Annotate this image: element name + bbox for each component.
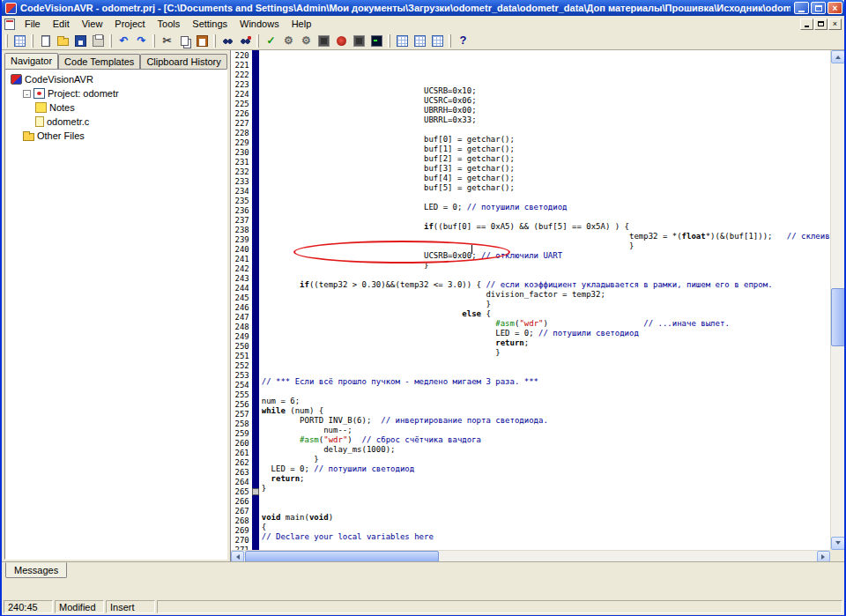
vertical-scroll-thumb[interactable]	[831, 288, 844, 346]
scroll-right-button[interactable]	[817, 551, 830, 561]
program-chip-button[interactable]	[315, 33, 332, 48]
code-line[interactable]	[262, 387, 830, 397]
code-line[interactable]: buf[1] = getchar();	[262, 145, 830, 154]
code-line[interactable]: return;	[262, 474, 830, 484]
code-line[interactable]: // Declare your local variables here	[262, 532, 830, 542]
toggle-navigator-button[interactable]	[11, 33, 28, 48]
code-line[interactable]: void main(void)	[262, 513, 830, 523]
code-line[interactable]	[262, 542, 830, 550]
menu-file[interactable]: File	[19, 18, 47, 30]
redo-button[interactable]: ↷	[133, 33, 150, 48]
code-line[interactable]: if((temp32 > 0.30)&&(temp32 <= 3.0)) { /…	[262, 280, 830, 290]
check-syntax-button[interactable]: ✓	[263, 33, 279, 48]
make-button[interactable]: ⚙	[298, 33, 315, 48]
paste-button[interactable]	[194, 33, 211, 48]
vertical-scrollbar[interactable]	[830, 50, 844, 550]
code-line[interactable]: LED = 0; // потушили светодиод	[262, 203, 830, 212]
code-line[interactable]: delay_ms(1000);	[262, 445, 830, 455]
code-line[interactable]: buf[3] = getchar();	[262, 164, 830, 174]
save-button[interactable]	[72, 33, 89, 48]
help-button[interactable]: ?	[455, 33, 471, 48]
tab-code-templates[interactable]: Code Templates	[58, 54, 140, 69]
code-line[interactable]: }	[262, 348, 830, 358]
code-line[interactable]: LED = 0; // потушили светодиод	[262, 329, 830, 338]
code-line[interactable]	[262, 494, 830, 503]
mdi-document-icon[interactable]	[4, 19, 15, 30]
code-line[interactable]	[262, 212, 830, 222]
code-line[interactable]	[262, 271, 830, 280]
code-editor[interactable]: 2202212222232242252262272282292302312322…	[230, 50, 844, 561]
menu-view[interactable]: View	[76, 18, 109, 30]
code-line[interactable]: while (num) {	[262, 406, 830, 416]
registers-table-button[interactable]	[394, 33, 411, 48]
code-area[interactable]: UCSRB=0x10; UCSRC=0x06; UBRRH=0x00; UBRR…	[262, 50, 830, 550]
tree-item-other-files[interactable]: Other Files	[7, 129, 225, 143]
code-line[interactable]: buf[0] = getchar();	[262, 135, 830, 145]
horizontal-scroll-thumb[interactable]	[245, 551, 439, 561]
code-line[interactable]: }	[262, 261, 830, 271]
code-line[interactable]	[262, 358, 830, 367]
code-line[interactable]: #asm("wdr") // сброс счётчика вачдога	[262, 435, 830, 445]
copy-button[interactable]	[176, 33, 193, 48]
new-file-button[interactable]	[37, 33, 54, 48]
tree-item-project-odometr[interactable]: -Project: odometr	[7, 86, 225, 100]
mdi-restore-button[interactable]	[814, 19, 827, 30]
code-line[interactable]: if((buf[0] == 0xA5) && (buf[5] == 0x5A) …	[262, 222, 830, 232]
menu-project[interactable]: Project	[108, 18, 151, 30]
open-file-button[interactable]	[55, 33, 71, 48]
code-line[interactable]: division_factor = temp32;	[262, 290, 830, 300]
code-line[interactable]: temp32 = *(float*)(&(buf[1])); // склеив…	[262, 232, 830, 241]
find-button[interactable]	[219, 33, 236, 48]
code-line[interactable]: {	[262, 523, 830, 532]
menu-windows[interactable]: Windows	[234, 18, 286, 30]
code-line[interactable]: else {	[262, 309, 830, 319]
code-line[interactable]: return;	[262, 338, 830, 348]
code-line[interactable]: UBRRL=0x33;	[262, 115, 830, 125]
tab-clipboard-history[interactable]: Clipboard History	[140, 54, 226, 69]
undo-button[interactable]: ↶	[115, 33, 132, 48]
tree-item-notes[interactable]: Notes	[7, 100, 225, 115]
replace-button[interactable]	[237, 33, 254, 48]
tree-item-codevisionavr[interactable]: CodeVisionAVR	[7, 72, 225, 86]
horizontal-scrollbar[interactable]	[231, 550, 830, 561]
code-line[interactable]: buf[4] = getchar();	[262, 174, 830, 183]
menu-settings[interactable]: Settings	[186, 18, 234, 30]
tab-messages[interactable]: Messages	[5, 562, 67, 578]
minimize-button[interactable]	[794, 2, 809, 14]
chip-programmer-button[interactable]	[351, 33, 367, 48]
tab-navigator[interactable]: Navigator	[4, 53, 58, 69]
compile-button[interactable]: ⚙	[280, 33, 297, 48]
code-line[interactable]: }	[262, 455, 830, 464]
menu-help[interactable]: Help	[286, 18, 318, 30]
code-line[interactable]: UCSRB=0x00; // отключили UART	[262, 251, 830, 261]
code-line[interactable]	[262, 367, 830, 377]
code-line[interactable]: buf[2] = getchar();	[262, 154, 830, 164]
cut-button[interactable]: ✂	[159, 33, 175, 48]
code-line[interactable]: num--;	[262, 426, 830, 435]
mdi-close-button[interactable]: ×	[828, 19, 842, 30]
print-button[interactable]	[90, 33, 107, 48]
code-line[interactable]: num = 6;	[262, 397, 830, 406]
tree-expander-icon[interactable]: -	[23, 90, 31, 98]
code-line[interactable]: }	[262, 484, 830, 494]
scroll-up-button[interactable]	[831, 50, 844, 63]
code-line[interactable]: UCSRC=0x06;	[262, 96, 830, 106]
code-line[interactable]: // *** Если всё прошло пучком - медлено …	[262, 377, 830, 387]
code-line[interactable]: UCSRB=0x10;	[262, 86, 830, 96]
mdi-minimize-button[interactable]	[800, 19, 813, 30]
tree-item-odometr-c[interactable]: odometr.c	[7, 115, 225, 129]
debugger-button[interactable]	[333, 33, 350, 48]
code-line[interactable]: #asm("wdr") // ...иначе вылет.	[262, 319, 830, 329]
code-line[interactable]: UBRRH=0x00;	[262, 106, 830, 115]
code-line[interactable]: LED = 0; // потушили светодиод	[262, 464, 830, 474]
eeprom-table-button[interactable]	[429, 33, 446, 48]
menu-tools[interactable]: Tools	[152, 18, 187, 30]
code-line[interactable]: }	[262, 300, 830, 309]
scroll-left-button[interactable]	[231, 551, 244, 561]
code-line[interactable]: }	[262, 241, 830, 251]
code-line[interactable]: buf[5] = getchar();	[262, 183, 830, 193]
terminal-button[interactable]	[368, 33, 385, 48]
code-line[interactable]	[262, 503, 830, 513]
code-line[interactable]	[262, 193, 830, 203]
memory-table-button[interactable]	[412, 33, 428, 48]
